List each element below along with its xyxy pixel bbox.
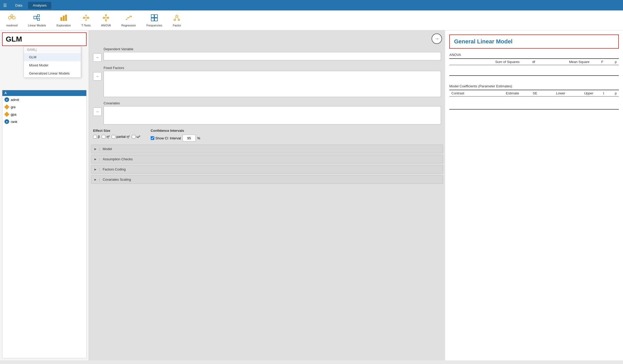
section-assumption-checks[interactable]: ▶ | Assumption Checks (91, 155, 443, 163)
svg-point-32 (131, 16, 132, 17)
var-name-gre: gre (11, 105, 16, 109)
section-factors-coding-label: Factors Coding (103, 167, 126, 171)
frequencies-icon (150, 14, 158, 23)
toolbar-label-medmod: medmod (6, 24, 18, 27)
ci-row: Show CI Interval % (151, 135, 200, 141)
toolbar-item-linear-models[interactable]: Linear Models (26, 13, 48, 28)
svg-line-40 (175, 17, 176, 19)
nav-tab-data[interactable]: Data (10, 2, 27, 9)
svg-point-1 (13, 16, 15, 19)
variable-item-rank[interactable]: ● rank (2, 118, 86, 125)
omega2-checkbox-item: ω² (132, 135, 140, 139)
svg-rect-10 (60, 17, 62, 21)
model-coefficients-label: Model Coefficients (Parameter Estimates) (449, 84, 619, 88)
var-icon-gpa (4, 112, 9, 117)
toolbar-item-regression[interactable]: Regression (119, 13, 138, 28)
variable-item-gpa[interactable]: gpa (2, 111, 86, 118)
dropdown-item-mixed-model[interactable]: Mixed Model (24, 61, 81, 69)
linear-models-icon (33, 14, 41, 23)
options-area: Effect Size β η² partial η² (89, 129, 445, 141)
section-factors-coding-header: ▶ | Factors Coding (91, 165, 443, 173)
svg-point-0 (8, 16, 11, 19)
eta2-label: η² (106, 135, 110, 139)
covariates-input[interactable] (104, 106, 441, 124)
show-ci-checkbox-item: Show CI (151, 136, 168, 140)
covariates-arrow[interactable]: → (93, 107, 101, 116)
variable-item-admit[interactable]: ● admit (2, 96, 86, 103)
eta2-checkbox-item: η² (102, 135, 110, 139)
omega2-checkbox[interactable] (132, 135, 135, 139)
dependent-variable-input[interactable] (104, 52, 441, 60)
fixed-factors-input[interactable] (104, 71, 441, 97)
fixed-factors-arrow[interactable]: → (93, 72, 101, 81)
anova-section: ANOVA Sum of Squares df Mean Square F p (445, 53, 623, 80)
anova-empty-row (449, 65, 619, 76)
mc-header-row: Contrast Estimate SE Lower Upper t p (449, 90, 619, 96)
percent-label: % (197, 136, 200, 140)
svg-rect-35 (151, 18, 154, 21)
svg-point-37 (176, 15, 178, 17)
var-name-gpa: gpa (11, 112, 16, 116)
toolbar-item-exploration[interactable]: Exploration (54, 13, 73, 28)
confidence-intervals-group: Confidence Intervals Show CI Interval % (151, 129, 200, 141)
anova-col-df: df (522, 59, 537, 65)
svg-rect-6 (37, 15, 39, 17)
effect-size-checkboxes: β η² partial η² ω² (93, 135, 140, 139)
anova-label: ANOVA (449, 53, 619, 57)
results-header: General Linear Model (449, 35, 619, 49)
section-model-label: Model (103, 147, 112, 151)
mc-col-se: SE (521, 90, 540, 96)
toolbar-label-factor: Factor (173, 24, 181, 27)
fields-area: → Dependent Variable → Fixed Factors → C… (89, 47, 445, 129)
covariates-group: Covariates (104, 101, 441, 124)
navigate-arrow-button[interactable]: → (432, 33, 442, 44)
fixed-factors-row: → Fixed Factors (93, 66, 441, 97)
nav-tab-analyses[interactable]: Analyses (28, 2, 51, 9)
toolbar-item-t-tests[interactable]: T-Tests (79, 13, 93, 28)
mc-col-contrast: Contrast (449, 90, 485, 96)
toolbar-item-factor[interactable]: Factor (171, 13, 183, 28)
svg-rect-12 (65, 15, 67, 21)
var-name-rank: rank (11, 120, 17, 124)
regression-icon (124, 14, 133, 23)
mc-empty-row (449, 96, 619, 109)
var-icon-rank: ● (4, 119, 9, 124)
variable-item-gre[interactable]: gre (2, 103, 86, 111)
show-ci-checkbox[interactable] (151, 136, 154, 140)
toolbar-item-anova[interactable]: ANOVA (99, 13, 113, 28)
dropdown-item-generalized[interactable]: Generalized Linear Models (24, 69, 81, 77)
collapsible-sections: ▶ | Model ▶ | Assumption Checks ▶ | Fact… (89, 141, 445, 187)
right-panel: General Linear Model ANOVA Sum of Square… (445, 30, 623, 360)
section-model[interactable]: ▶ | Model (91, 145, 443, 153)
toolbar-label-t-tests: T-Tests (81, 24, 90, 27)
section-factors-coding[interactable]: ▶ | Factors Coding (91, 165, 443, 174)
svg-rect-33 (151, 15, 154, 18)
svg-point-29 (127, 17, 128, 18)
interval-input[interactable] (183, 135, 196, 141)
toolbar-item-medmod[interactable]: medmod (4, 13, 20, 28)
dependent-variable-row: → Dependent Variable (93, 47, 441, 62)
eta2-checkbox[interactable] (102, 135, 105, 139)
effect-size-label: Effect Size (93, 129, 140, 133)
main-area: GLM GAMLj GLM Mixed Model Generalized Li… (0, 30, 623, 360)
dependent-variable-arrow[interactable]: → (93, 53, 101, 62)
toolbar: medmod Linear Models Exploration (0, 10, 623, 30)
medmod-icon (8, 14, 16, 23)
variables-header: A (2, 90, 86, 96)
toolbar-item-frequencies[interactable]: Frequencies (144, 13, 165, 28)
section-covariates-scaling[interactable]: ▶ | Covariates Scaling (91, 175, 443, 184)
svg-rect-11 (63, 16, 65, 21)
svg-point-28 (126, 19, 127, 20)
glm-header: GLM (2, 32, 87, 46)
mc-col-lower: Lower (539, 90, 567, 96)
partial-eta2-checkbox[interactable] (112, 135, 115, 139)
hamburger-icon[interactable]: ☰ (3, 3, 7, 8)
svg-line-41 (178, 17, 178, 19)
dropdown-item-glm[interactable]: GLM (24, 53, 81, 61)
show-ci-label: Show CI (155, 136, 168, 140)
beta-checkbox[interactable] (93, 135, 97, 139)
section-covariates-scaling-label: Covariates Scaling (103, 178, 131, 181)
effect-size-group: Effect Size β η² partial η² (93, 129, 140, 139)
toolbar-label-exploration: Exploration (56, 24, 71, 27)
section-covariates-scaling-header: ▶ | Covariates Scaling (91, 175, 443, 184)
